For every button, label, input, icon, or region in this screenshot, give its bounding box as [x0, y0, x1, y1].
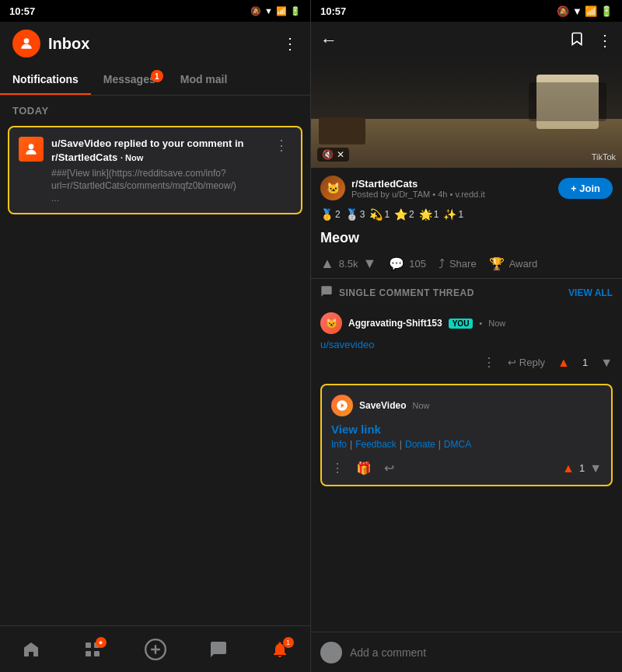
bottom-nav: ● 1 [0, 625, 310, 672]
savevideo-header: SaveVideo Now [331, 395, 602, 416]
reply-button[interactable]: ↩ Reply [508, 357, 545, 368]
subreddit-avatar: 🐱 [320, 176, 345, 200]
post-header-bar: ← ⋮ [311, 22, 622, 59]
svg-point-0 [24, 38, 30, 44]
svg-rect-4 [86, 651, 91, 656]
notification-ellipsis: ... [51, 193, 264, 204]
downvote-icon[interactable]: ▼ [362, 256, 376, 272]
tab-messages[interactable]: Messages 1 [91, 65, 168, 95]
award-2: 🥈3 [345, 208, 365, 221]
right-status-bar: 10:57 🔕 ▼ 📶 🔋 [311, 0, 622, 22]
video-thumbnail[interactable]: 🔇 ✕ TikTok [311, 59, 622, 168]
nav-apps[interactable]: ● [83, 640, 102, 659]
parent-upvote[interactable]: ▲ [557, 356, 570, 370]
post-by: Posted by u/Dr_TAM • 4h • v.redd.it [351, 190, 552, 199]
add-comment-input[interactable] [350, 646, 613, 659]
notification-body: ###[View link](https://redditsave.com/in… [51, 168, 264, 192]
commenter-avatar: 😺 [320, 312, 342, 334]
left-status-icons: 🔕 ▼ 📶 🔋 [250, 6, 301, 16]
dmca-link[interactable]: DMCA [444, 439, 471, 450]
notification-content: u/SaveVideo replied to your comment in r… [51, 137, 264, 204]
comment-thread-header: SINGLE COMMENT THREAD VIEW ALL [311, 278, 622, 306]
reply-icon: ↩ [508, 357, 516, 368]
sv-downvote[interactable]: ▼ [589, 461, 602, 475]
subreddit-name[interactable]: r/StartledCats [351, 178, 552, 190]
savevideo-avatar [331, 395, 353, 416]
sv-vote-row: ▲ 1 ▼ [562, 461, 602, 475]
bell-badge: 1 [283, 637, 294, 648]
parent-more-icon[interactable]: ⋮ [483, 355, 495, 370]
notification-item[interactable]: u/SaveVideo replied to your comment in r… [8, 126, 302, 214]
tab-notifications[interactable]: Notifications [0, 65, 91, 95]
sv-action-left: ⋮ 🎁 ↩ [331, 461, 394, 475]
bookmark-icon[interactable] [569, 31, 585, 50]
share-button[interactable]: ⤴ Share [439, 257, 477, 271]
notification-more-button[interactable]: ⋮ [271, 137, 292, 204]
savevideo-time: Now [412, 401, 429, 410]
sv-more-icon[interactable]: ⋮ [331, 461, 344, 475]
nav-chat[interactable] [209, 640, 228, 659]
comment-time: Now [488, 319, 505, 328]
inbox-more-button[interactable]: ⋮ [282, 34, 298, 53]
feedback-link[interactable]: Feedback [355, 439, 397, 450]
comment-link[interactable]: u/savevideo [320, 339, 613, 350]
decor-table [319, 117, 365, 144]
award-6: ✨1 [443, 208, 463, 221]
savevideo-view-link[interactable]: View link [331, 423, 602, 436]
info-link[interactable]: Info [331, 439, 347, 450]
nav-home[interactable] [22, 640, 40, 659]
join-button[interactable]: + Join [558, 178, 613, 199]
back-button[interactable]: ← [320, 30, 337, 50]
view-all-button[interactable]: VIEW ALL [568, 287, 613, 298]
right-panel: 10:57 🔕 ▼ 📶 🔋 ← ⋮ 🔇 ✕ [311, 0, 622, 672]
award-icon: 🏆 [489, 256, 505, 271]
notification-time: · Now [121, 153, 143, 162]
donate-link[interactable]: Donate [405, 439, 435, 450]
awards-row: 🥇2 🥈3 💫1 ⭐2 🌟1 ✨1 [311, 205, 622, 224]
post-more-button[interactable]: ⋮ [597, 31, 613, 50]
mute-icon: 🔇 [322, 149, 334, 160]
sv-reply-icon[interactable]: ↩ [384, 461, 394, 475]
inbox-title: Inbox [48, 35, 89, 53]
svg-rect-5 [94, 651, 100, 656]
award-4: ⭐2 [394, 208, 414, 221]
sv-gift-icon[interactable]: 🎁 [356, 461, 372, 475]
mute-label: ✕ [337, 149, 344, 160]
award-label: Award [509, 258, 538, 270]
notification-title: u/SaveVideo replied to your comment in r… [51, 137, 264, 165]
left-time: 10:57 [9, 5, 35, 17]
commenter-name: Aggravating-Shift153 [348, 318, 442, 329]
savevideo-actions: ⋮ 🎁 ↩ ▲ 1 ▼ [331, 456, 602, 475]
parent-downvote[interactable]: ▼ [600, 356, 613, 370]
right-status-icons: 🔕 ▼ 📶 🔋 [557, 5, 613, 17]
comments-icon: 💬 [389, 256, 404, 271]
post-header-icons: ⋮ [569, 31, 613, 50]
nav-bell[interactable]: 1 [271, 640, 289, 659]
savevideo-links: Info | Feedback | Donate | DMCA [331, 439, 602, 450]
award-button[interactable]: 🏆 Award [489, 256, 538, 271]
savevideo-comment-box: SaveVideo Now View link Info | Feedback … [320, 384, 613, 486]
share-label: Share [449, 258, 477, 270]
comments-button[interactable]: 💬 105 [389, 256, 426, 271]
you-badge: YOU [449, 319, 473, 329]
nav-add[interactable] [145, 639, 166, 660]
upvote-icon[interactable]: ▲ [320, 256, 334, 272]
messages-badge: 1 [151, 70, 163, 82]
award-1: 🥇2 [320, 208, 341, 221]
commenter-row: 😺 Aggravating-Shift153 YOU • Now [320, 312, 613, 334]
tiktok-label: TikTok [592, 152, 616, 162]
left-panel: 10:57 🔕 ▼ 📶 🔋 Inbox ⋮ Notifications Mess… [0, 0, 311, 672]
sv-upvote[interactable]: ▲ [562, 461, 575, 475]
user-avatar [12, 30, 40, 57]
post-meta-info: r/StartledCats Posted by u/Dr_TAM • 4h •… [351, 178, 552, 199]
thread-label: SINGLE COMMENT THREAD [320, 285, 474, 300]
award-5: 🌟1 [419, 208, 439, 221]
notification-username: u/SaveVideo [51, 138, 111, 149]
award-3: 💫1 [369, 208, 390, 221]
comment-dot: • [479, 319, 482, 328]
apps-badge: ● [96, 637, 107, 648]
parent-comment-section: 😺 Aggravating-Shift153 YOU • Now u/savev… [311, 306, 622, 379]
tab-modmail[interactable]: Mod mail [168, 65, 240, 95]
inbox-header: Inbox ⋮ [0, 22, 310, 65]
comment-bubble-icon [320, 285, 333, 300]
